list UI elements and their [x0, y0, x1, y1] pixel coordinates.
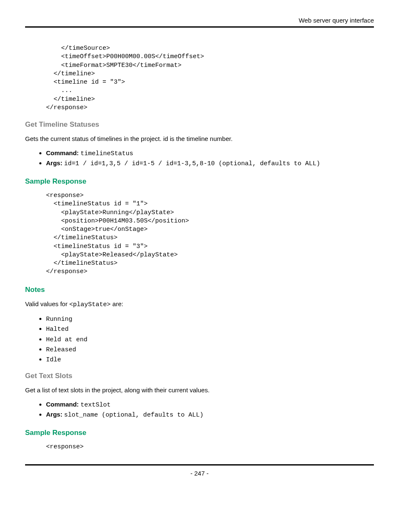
notes-intro-pre: Valid values for — [25, 300, 69, 307]
list-textslot-params: Command: textSlot Args: slot_name (optio… — [25, 400, 374, 420]
args-value: slot_name (optional, defaults to ALL) — [64, 412, 203, 419]
heading-get-text-slots: Get Text Slots — [25, 372, 374, 380]
code-block-3: <response> — [46, 443, 374, 451]
command-value: timelineStatus — [81, 150, 133, 157]
list-item: Running — [46, 315, 374, 324]
playstate-value: Running — [46, 316, 72, 323]
list-item: Command: textSlot — [46, 400, 374, 409]
args-value: id=1 / id=1,3,5 / id=1-5 / id=1-3,5,8-10… — [64, 160, 320, 167]
list-playstate-values: Running Halted Held at end Released Idle — [25, 315, 374, 364]
command-value: textSlot — [81, 402, 111, 409]
playstate-value: Idle — [46, 356, 61, 363]
header-rule — [25, 26, 374, 28]
command-label: Command: — [46, 401, 79, 408]
page-number: - 247 - — [25, 470, 374, 477]
heading-notes: Notes — [25, 286, 374, 294]
code-block-1: </timeSource> <timeOffset>P00H00M00.00S<… — [46, 44, 374, 112]
code-block-2: <response> <timelineStatus id = "1"> <pl… — [46, 192, 374, 276]
list-item: Released — [46, 345, 374, 354]
document-page: Web server query interface </timeSource>… — [0, 0, 399, 532]
notes-intro: Valid values for <playState> are: — [25, 300, 374, 309]
list-item: Idle — [46, 355, 374, 364]
playstate-value: Held at end — [46, 336, 87, 343]
args-label: Args: — [46, 411, 62, 418]
desc-get-timeline-statuses: Gets the current status of timelines in … — [25, 135, 374, 143]
list-item: Args: slot_name (optional, defaults to A… — [46, 410, 374, 419]
playstate-value: Halted — [46, 326, 69, 333]
list-item: Held at end — [46, 335, 374, 344]
list-item: Args: id=1 / id=1,3,5 / id=1-5 / id=1-3,… — [46, 159, 374, 168]
list-item: Command: timelineStatus — [46, 149, 374, 158]
command-label: Command: — [46, 149, 79, 156]
heading-get-timeline-statuses: Get Timeline Statuses — [25, 120, 374, 129]
heading-sample-response-2: Sample Response — [25, 429, 374, 437]
args-label: Args: — [46, 159, 62, 166]
notes-intro-post: are: — [111, 300, 123, 307]
list-timeline-status-params: Command: timelineStatus Args: id=1 / id=… — [25, 149, 374, 169]
footer-rule — [25, 464, 374, 466]
heading-sample-response-1: Sample Response — [25, 177, 374, 186]
notes-intro-code: <playState> — [69, 301, 111, 308]
desc-get-text-slots: Get a list of text slots in the project,… — [25, 386, 374, 394]
header-title: Web server query interface — [25, 17, 374, 24]
list-item: Halted — [46, 325, 374, 334]
playstate-value: Released — [46, 346, 76, 353]
